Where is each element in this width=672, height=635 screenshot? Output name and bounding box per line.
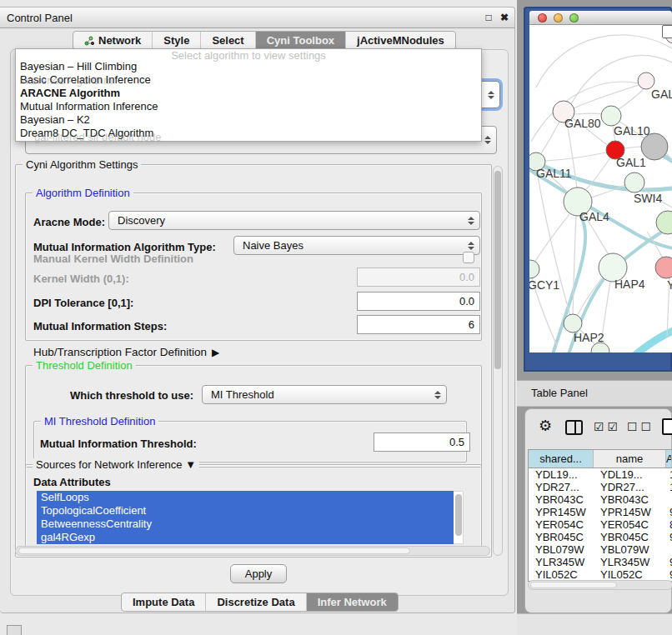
table-cell[interactable]: YPR145W <box>529 506 594 518</box>
popup-item-bayesian-k2[interactable]: Bayesian – K2 <box>16 113 481 127</box>
table-cell[interactable]: YDL19... <box>594 468 666 481</box>
select-all-icon[interactable]: ☑☑ <box>594 420 621 433</box>
table-cell[interactable]: 13 <box>666 468 672 481</box>
settings-horizontal-scrollbar[interactable] <box>15 546 490 556</box>
mac-minimize-icon[interactable] <box>554 13 563 22</box>
network-node[interactable] <box>601 106 621 126</box>
table-horizontal-scrollbar-thumb[interactable] <box>530 582 617 588</box>
table-cell[interactable]: YLR345W <box>529 556 594 568</box>
tab-style[interactable]: Style <box>152 32 200 49</box>
list-scrollbar-thumb[interactable] <box>455 494 462 536</box>
table-cell[interactable]: YDR27... <box>594 481 666 493</box>
column-header-partial[interactable]: A <box>666 450 672 468</box>
close-window-icon[interactable]: ✖ <box>498 11 511 24</box>
table-cell[interactable]: YIL052C <box>529 568 594 581</box>
tab-impute-data[interactable]: Impute Data <box>122 593 205 611</box>
combo-stepper-icon[interactable] <box>434 391 441 399</box>
popup-item-aracne-algorithm[interactable]: ARACNE Algorithm <box>16 87 481 100</box>
table-cell[interactable]: 9. <box>666 556 672 568</box>
table-cell[interactable]: YDL19... <box>529 468 594 481</box>
manual-kernel-width-checkbox[interactable] <box>463 252 474 263</box>
combo-stepper-icon[interactable] <box>488 91 494 99</box>
table-cell[interactable]: YBR043C <box>529 493 594 506</box>
network-node[interactable] <box>656 211 672 234</box>
popup-item-dream8-dc-tdc[interactable]: Dream8 DC_TDC Algorithm <box>16 127 481 140</box>
table-cell[interactable]: YLR345W <box>594 556 666 568</box>
dpi-tolerance-field[interactable]: 0.0 <box>357 292 480 311</box>
mac-zoom-icon[interactable] <box>569 13 579 22</box>
mi-steps-field[interactable]: 6 <box>357 315 480 334</box>
mi-threshold-field[interactable]: 0.5 <box>374 432 470 452</box>
table-row[interactable]: YBL079W YBL079W <box>529 543 672 556</box>
tab-discretize-data[interactable]: Discretize Data <box>205 593 305 611</box>
table-cell[interactable]: 9. <box>666 506 672 518</box>
mac-close-icon[interactable] <box>538 13 547 22</box>
aracne-mode-combo[interactable]: Discovery <box>108 211 480 230</box>
collapse-down-icon[interactable]: ▼ <box>185 458 196 471</box>
table-row[interactable]: YER054C YER054C 8. <box>529 518 672 531</box>
network-node[interactable] <box>624 172 644 192</box>
tab-network[interactable]: Network <box>73 32 152 49</box>
document-icon[interactable] <box>662 418 672 435</box>
table-cell[interactable]: YBL079W <box>529 543 594 556</box>
tab-infer-network[interactable]: Infer Network <box>306 593 398 611</box>
mi-algorithm-type-combo[interactable]: Naive Bayes <box>233 236 480 255</box>
table-row[interactable]: YBR045C YBR045C 9. <box>529 531 672 543</box>
table-cell[interactable]: YBL079W <box>594 543 666 556</box>
settings-horizontal-scrollbar-thumb[interactable] <box>18 548 410 554</box>
gear-icon[interactable]: ⚙ <box>539 417 552 435</box>
table-cell[interactable]: YDR27... <box>529 481 594 493</box>
column-header-name[interactable]: name <box>594 450 666 468</box>
combo-stepper-icon[interactable] <box>468 242 474 250</box>
birdseye-toggle[interactable] <box>662 25 672 38</box>
table-cell[interactable]: YBR045C <box>594 531 666 543</box>
network-node[interactable] <box>564 314 582 332</box>
column-chooser-icon[interactable] <box>565 420 583 435</box>
tab-jactivemnodules[interactable]: jActiveMNodules <box>345 32 455 49</box>
table-horizontal-scrollbar[interactable] <box>528 580 672 590</box>
hub-definition-expander[interactable]: Hub/Transcription Factor Definition▶ <box>33 346 219 358</box>
settings-vertical-scrollbar[interactable] <box>493 166 503 556</box>
minimized-panel-icon[interactable] <box>7 625 22 635</box>
tab-select[interactable]: Select <box>200 32 254 49</box>
float-window-icon[interactable]: □ <box>482 11 495 24</box>
list-item-topologicalcoefficient[interactable]: TopologicalCoefficient <box>37 504 454 518</box>
combo-stepper-icon[interactable] <box>468 217 474 225</box>
popup-item-mutual-information-inference[interactable]: Mutual Information Inference <box>16 100 481 113</box>
table-cell[interactable]: YIL052C <box>594 568 666 581</box>
table-cell[interactable]: YER054C <box>529 518 594 531</box>
table-cell[interactable]: 8. <box>666 518 672 531</box>
table-cell[interactable]: YBR045C <box>529 531 594 543</box>
combo-stepper-icon[interactable] <box>484 136 491 144</box>
list-item-gal4rgexp[interactable]: gal4RGexp <box>37 531 454 544</box>
popup-item-bayesian-hill-climbing[interactable]: Bayesian – Hill Climbing <box>16 60 481 73</box>
tab-cyni-toolbox[interactable]: Cyni Toolbox <box>255 32 345 49</box>
apply-button[interactable]: Apply <box>230 564 287 583</box>
table-row[interactable]: YDR27... YDR27... 12 <box>529 481 672 493</box>
table-cell[interactable]: 9. <box>666 568 672 581</box>
network-node[interactable] <box>638 72 654 89</box>
settings-vertical-scrollbar-thumb[interactable] <box>494 171 501 369</box>
table-cell[interactable]: 9. <box>666 531 672 543</box>
table-row[interactable]: YPR145W YPR145W 9. <box>529 506 672 518</box>
table-row[interactable]: YBR043C YBR043C <box>529 493 672 506</box>
table-cell[interactable]: 12 <box>666 481 672 493</box>
table-row[interactable]: YDL19... YDL19... 13 <box>529 468 672 481</box>
table-cell[interactable] <box>666 543 672 556</box>
table-cell[interactable]: YBR043C <box>594 493 666 506</box>
deselect-all-icon[interactable]: ☐☐ <box>627 420 654 433</box>
which-threshold-combo[interactable]: MI Threshold <box>202 385 447 404</box>
table-cell[interactable]: YPR145W <box>594 506 666 518</box>
column-header-shared-name[interactable]: shared... <box>529 450 594 468</box>
network-node[interactable] <box>655 257 672 278</box>
list-item-selfloops[interactable]: SelfLoops <box>37 491 454 504</box>
table-row[interactable]: YIL052C YIL052C 9. <box>529 568 672 581</box>
table-cell[interactable]: YER054C <box>594 518 666 531</box>
network-canvas[interactable]: GAL GAL80 GAL10 GAL1 GAL11 SWI4 GAL4 GCY… <box>529 25 672 352</box>
popup-item-basic-correlation-inference[interactable]: Basic Correlation Inference <box>16 73 481 87</box>
network-node[interactable] <box>529 260 539 278</box>
kernel-width-field[interactable]: 0.0 <box>357 268 480 287</box>
table-cell[interactable] <box>666 493 672 506</box>
table-row[interactable]: YLR345W YLR345W 9. <box>529 556 672 568</box>
list-item-betweennesscentrality[interactable]: BetweennessCentrality <box>37 518 454 531</box>
